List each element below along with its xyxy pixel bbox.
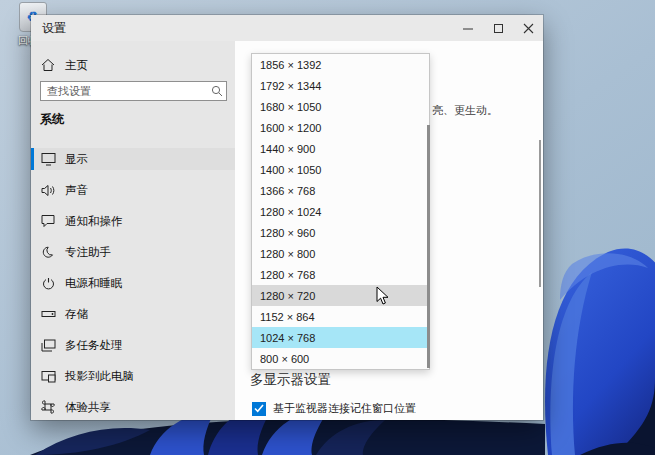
remember-window-positions-label: 基于监视器连接记住窗口位置	[273, 401, 416, 416]
home-icon	[40, 57, 56, 73]
sound-icon	[40, 182, 56, 198]
storage-icon	[40, 306, 56, 322]
resolution-option[interactable]: 800 × 600	[252, 348, 429, 369]
display-icon	[40, 151, 56, 167]
close-icon[interactable]	[513, 15, 543, 41]
search-input[interactable]	[41, 85, 208, 97]
sidebar-nav: 显示 声音 通知和操作 专注助手 电源和睡眠	[31, 148, 235, 427]
resolution-option[interactable]: 1856 × 1392	[252, 54, 429, 75]
resolution-option[interactable]: 1280 × 768	[252, 264, 429, 285]
sidebar-item[interactable]: 通知和操作	[31, 210, 235, 232]
resolution-option[interactable]: 1280 × 800	[252, 243, 429, 264]
power-icon	[40, 275, 56, 291]
maximize-icon[interactable]	[483, 15, 513, 41]
remember-window-positions-row[interactable]: 基于监视器连接记住窗口位置	[252, 401, 416, 416]
multi-display-heading: 多显示器设置	[250, 371, 331, 389]
sidebar-item[interactable]: 声音	[31, 179, 235, 201]
resolution-dropdown-list: 1856 × 1392 1792 × 1344 1680 × 1050 1600…	[251, 53, 430, 370]
resolution-option[interactable]: 1280 × 960	[252, 222, 429, 243]
window-title: 设置	[42, 20, 66, 37]
sidebar-item[interactable]: 存储	[31, 303, 235, 325]
resolution-option[interactable]: 1680 × 1050	[252, 96, 429, 117]
resolution-option[interactable]: 1792 × 1344	[252, 75, 429, 96]
dropdown-scrollbar[interactable]	[427, 125, 430, 368]
sidebar-item[interactable]: 电源和睡眠	[31, 272, 235, 294]
sidebar-item[interactable]: 投影到此电脑	[31, 365, 235, 387]
settings-window: 设置 主页 系统	[31, 15, 543, 420]
sidebar-item[interactable]: 显示	[31, 148, 235, 170]
hd-color-text-fragment: 亮、更生动。	[432, 103, 498, 118]
focus-assist-icon	[40, 244, 56, 260]
page-scrollbar[interactable]	[539, 140, 541, 287]
sidebar: 主页 系统 显示 声音	[31, 41, 235, 420]
search-icon	[208, 85, 226, 97]
resolution-option[interactable]: 1280 × 1024	[252, 201, 429, 222]
resolution-option[interactable]: 1400 × 1050	[252, 159, 429, 180]
resolution-option[interactable]: 1280 × 720	[252, 285, 429, 306]
remember-window-positions-checkbox[interactable]	[252, 402, 266, 416]
section-label-system: 系统	[40, 111, 64, 128]
resolution-option[interactable]: 1440 × 900	[252, 138, 429, 159]
resolution-option[interactable]: 1600 × 1200	[252, 117, 429, 138]
minimize-icon[interactable]	[453, 15, 483, 41]
project-icon	[40, 368, 56, 384]
check-icon	[254, 404, 264, 413]
resolution-option[interactable]: 1024 × 768	[252, 327, 429, 348]
sidebar-item[interactable]: 专注助手	[31, 241, 235, 263]
window-controls	[453, 15, 543, 41]
home-label: 主页	[65, 58, 88, 73]
desktop: ♻ 回收站 设置 主页 系统	[0, 0, 655, 455]
notifications-icon	[40, 213, 56, 229]
search-box[interactable]	[40, 81, 227, 101]
resolution-option[interactable]: 1152 × 864	[252, 306, 429, 327]
sidebar-item[interactable]: 多任务处理	[31, 334, 235, 356]
share-icon	[40, 399, 56, 415]
multitask-icon	[40, 337, 56, 353]
sidebar-item[interactable]: 体验共享	[31, 396, 235, 418]
titlebar[interactable]: 设置	[31, 15, 543, 41]
resolution-option[interactable]: 1366 × 768	[252, 180, 429, 201]
sidebar-item-home[interactable]: 主页	[31, 54, 235, 76]
